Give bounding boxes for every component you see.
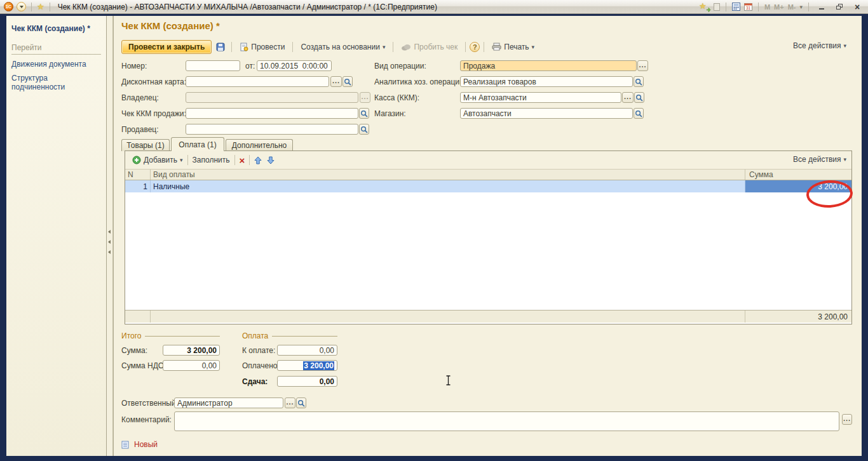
app-logo-icon: 1С [4, 2, 13, 11]
number-input[interactable] [186, 60, 240, 71]
responsible-search-button[interactable] [296, 398, 306, 408]
titlebar: 1С ★ Чек ККМ (создание) - АВТОЗАПЧАСТИ У… [0, 0, 868, 14]
help-button[interactable]: ? [470, 42, 480, 52]
column-header-payment-type[interactable]: Вид оплаты [151, 170, 745, 180]
printer-icon [492, 43, 501, 51]
sales-receipt-input[interactable] [186, 108, 358, 119]
magnifier-icon [635, 78, 642, 86]
memory-m-plus-button[interactable]: M+ [774, 3, 784, 11]
tab-goods[interactable]: Товары (1) [121, 139, 170, 151]
post-and-close-button[interactable]: Провести и закрыть [121, 40, 212, 54]
discount-card-select-button[interactable]: ... [330, 76, 342, 87]
splitter-grip-icon [108, 224, 111, 260]
magnifier-icon [635, 110, 642, 117]
sidebar-item-document-movements[interactable]: Движения документа [11, 60, 101, 69]
form-toolbar: Провести и закрыть Провести Создать на о… [121, 39, 538, 55]
sidebar-item-subordination-structure[interactable]: Структура подчиненности [11, 74, 101, 91]
owner-input [186, 92, 358, 103]
tab-additional[interactable]: Дополнительно [226, 139, 293, 151]
responsible-input[interactable]: Администратор [174, 398, 283, 408]
sum-total-input[interactable]: 3 200,00 [163, 345, 220, 356]
chevron-down-icon: ▾ [843, 156, 846, 163]
totals-group-header: Итого [121, 331, 220, 340]
restore-button[interactable] [832, 2, 846, 12]
column-header-sum[interactable]: Сумма [745, 170, 851, 180]
store-search-button[interactable] [634, 108, 644, 119]
memory-m-minus-button[interactable]: M- [788, 3, 796, 11]
responsible-label: Ответственный: [121, 399, 178, 408]
status-bar: Новый [121, 440, 158, 449]
to-pay-input[interactable]: 0,00 [277, 345, 337, 356]
row-number-cell[interactable]: 1 [125, 180, 151, 192]
responsible-select-button[interactable]: ... [285, 398, 295, 408]
all-actions-button[interactable]: Все действия▾ [793, 41, 846, 50]
owner-label: Владелец: [121, 93, 159, 102]
tab-payment[interactable]: Оплата (1) [171, 137, 224, 151]
chevron-down-icon [20, 6, 24, 8]
paid-label: Оплачено: [242, 361, 280, 370]
cash-register-search-button[interactable] [634, 92, 644, 103]
operation-kind-input[interactable]: Продажа [460, 60, 637, 71]
grid-footer: 3 200,00 [125, 310, 851, 323]
comment-expand-button[interactable]: ... [842, 414, 852, 425]
discount-card-input[interactable] [186, 76, 329, 87]
main-menu-button[interactable] [17, 2, 26, 11]
operation-kind-label: Вид операции: [374, 62, 426, 70]
move-row-up-button[interactable] [252, 155, 264, 166]
post-button[interactable]: Провести [236, 41, 288, 53]
discount-card-search-button[interactable] [342, 76, 353, 87]
operation-kind-select-button[interactable]: ... [637, 60, 648, 71]
chevron-down-icon[interactable]: ▾ [799, 4, 803, 10]
divider [465, 42, 466, 52]
vat-input[interactable]: 0,00 [163, 360, 220, 371]
print-button[interactable]: Печать▾ [488, 41, 538, 53]
analytics-label: Аналитика хоз. операции: [374, 77, 466, 86]
stamp-icon [401, 43, 411, 51]
sales-receipt-search-button[interactable] [359, 108, 369, 119]
add-row-button[interactable]: Добавить▾ [130, 154, 186, 166]
comment-input[interactable] [174, 411, 839, 431]
minimize-button[interactable] [815, 2, 829, 12]
memory-m-button[interactable]: M [764, 3, 770, 11]
payment-type-cell[interactable]: Наличные [151, 180, 745, 192]
cash-register-select-button[interactable]: ... [622, 92, 634, 103]
divider [31, 3, 32, 11]
store-input[interactable]: Автозапчасти [460, 108, 633, 119]
paid-input[interactable]: 3 200,00 [277, 360, 337, 371]
calculator-icon[interactable] [732, 3, 740, 11]
seller-input[interactable] [186, 124, 358, 135]
sum-label: Сумма: [121, 346, 147, 355]
date-input[interactable]: 10.09.2015 0:00:00 [257, 60, 332, 71]
floppy-icon [216, 43, 225, 51]
move-row-down-button[interactable] [264, 155, 277, 166]
change-input[interactable]: 0,00 [277, 376, 337, 387]
sidebar-splitter[interactable] [106, 16, 113, 456]
grid-all-actions-button[interactable]: Все действия▾ [793, 155, 846, 164]
grid-toolbar: Добавить▾ Заполнить × Все действия▾ [125, 151, 851, 170]
add-favorite-icon[interactable]: ★ [699, 2, 710, 11]
analytics-search-button[interactable] [634, 76, 644, 87]
arrow-up-icon [254, 156, 262, 164]
close-button[interactable]: × [850, 2, 864, 12]
calendar-icon[interactable]: 31 [744, 3, 752, 11]
sum-cell-selected[interactable]: 3 200,00 [745, 180, 851, 192]
sidebar-section-goto: Перейти [11, 43, 101, 55]
payment-grid-panel: Добавить▾ Заполнить × Все действия▾ N Ви… [125, 150, 852, 324]
plus-icon [132, 156, 141, 164]
delete-row-button[interactable]: × [237, 154, 248, 166]
seller-search-button[interactable] [359, 124, 369, 135]
restore-icon [836, 4, 843, 10]
column-header-n[interactable]: N [125, 170, 151, 180]
minimize-icon [819, 8, 824, 10]
favorites-star-icon[interactable]: ★ [37, 3, 44, 11]
grid-empty-area[interactable] [125, 192, 851, 310]
save-button[interactable] [214, 41, 227, 53]
text-cursor-icon [445, 375, 451, 387]
discount-card-label: Дисконтная карта: [121, 77, 186, 86]
create-on-basis-button[interactable]: Создать на основании▾ [297, 41, 389, 53]
cash-register-input[interactable]: М-н Автозапчасти [460, 92, 621, 103]
table-row[interactable]: 1 Наличные 3 200,00 [125, 180, 851, 192]
owner-select-button: ... [360, 92, 370, 103]
magnifier-icon [360, 126, 368, 133]
analytics-input[interactable]: Реализация товаров [460, 76, 633, 87]
